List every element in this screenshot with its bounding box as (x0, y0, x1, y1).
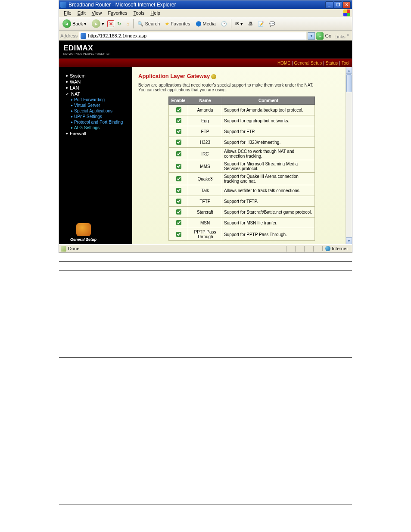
sidebar-item-alg-settings[interactable]: ALG Settings (66, 125, 132, 131)
table-row: FTPSupport for FTP. (169, 126, 315, 137)
search-button[interactable]: 🔍 Search (135, 20, 162, 28)
done-icon (61, 246, 66, 252)
edimax-logo: EDIMAXNETWORKING PEOPLE TOGETHER (63, 44, 111, 55)
menu-file[interactable]: File (61, 9, 75, 16)
address-input[interactable]: http://192.168.2.1/index.asp (79, 32, 306, 40)
enable-checkbox[interactable] (176, 209, 181, 215)
nav-tool[interactable]: Tool (342, 61, 349, 65)
cell-comment: Allows netfilter to track talk connectio… (222, 185, 315, 196)
nav-home[interactable]: HOME (277, 61, 290, 65)
sidebar-item-firewall[interactable]: Firewall (66, 131, 132, 137)
cell-name: H323 (188, 137, 222, 148)
home-button[interactable]: ⌂ (124, 20, 131, 28)
status-text: Done (68, 246, 79, 251)
scrollbar[interactable]: ▲ ▼ (346, 67, 352, 244)
forward-button[interactable]: ► ▾ (90, 19, 106, 29)
address-bar: Address http://192.168.2.1/index.asp ▼ →… (59, 31, 352, 40)
sidebar: SystemWANLANNATPort ForwardingVirtual Se… (59, 67, 132, 244)
sidebar-item-nat[interactable]: NAT (66, 91, 132, 97)
alg-table: Enable Name Comment AmandaSupport for Am… (168, 96, 315, 241)
page-title: Application Layer Gateway (138, 73, 346, 79)
col-name: Name (188, 97, 222, 105)
windows-logo-icon (343, 9, 350, 16)
table-row: H323Support for H323/netmeeting. (169, 137, 315, 148)
maximize-button[interactable]: ❐ (334, 1, 342, 9)
sidebar-item-port-forwarding[interactable]: Port Forwarding (66, 97, 132, 103)
help-icon[interactable] (211, 74, 216, 79)
enable-checkbox[interactable] (176, 232, 181, 237)
nav-general-setup[interactable]: General Setup (294, 61, 322, 65)
menu-tools[interactable]: Tools (131, 9, 148, 16)
sidebar-item-upnp-settings[interactable]: UPnP Settings (66, 114, 132, 119)
sidebar-item-wan[interactable]: WAN (66, 79, 132, 85)
go-button[interactable]: → (316, 32, 324, 40)
scroll-up-icon[interactable]: ▲ (346, 67, 352, 74)
sidebar-item-virtual-server[interactable]: Virtual Server (66, 103, 132, 108)
edit-button[interactable]: 📝 (256, 20, 266, 28)
enable-checkbox[interactable] (176, 140, 181, 145)
top-nav: HOME| General Setup| Status| Tool (59, 59, 352, 67)
menu-help[interactable]: Help (147, 9, 163, 16)
table-row: AmandaSupport for Amanda backup tool pro… (169, 105, 315, 115)
enable-checkbox[interactable] (176, 151, 181, 156)
sidebar-item-lan[interactable]: LAN (66, 85, 132, 91)
sidebar-item-special-applications[interactable]: Special Applications (66, 108, 132, 114)
back-button[interactable]: ◄Back ▾ (60, 19, 89, 29)
address-dropdown[interactable]: ▼ (308, 32, 315, 40)
general-setup-logo: General Setup (70, 223, 97, 242)
cell-name: IRC (188, 148, 222, 160)
cell-name: Starcraft (188, 207, 222, 218)
brand-header: EDIMAXNETWORKING PEOPLE TOGETHER (59, 40, 352, 59)
cell-name: PPTP Pass Through (188, 228, 222, 241)
cell-name: TFTP (188, 196, 222, 207)
enable-checkbox[interactable] (176, 199, 181, 204)
links-button[interactable]: Links » (333, 33, 351, 39)
stop-button[interactable]: ✕ (107, 20, 114, 27)
menu-favorites[interactable]: Favorites (105, 9, 130, 16)
sidebar-item-protocol-and-port-binding[interactable]: Protocol and Port Binding (66, 119, 132, 125)
table-row: MSNSupport for MSN file tranfer. (169, 218, 315, 228)
titlebar: Broadband Router - Microsoft Internet Ex… (59, 0, 352, 9)
table-row: IRCAllows DCC to work though NAT and con… (169, 148, 315, 160)
enable-checkbox[interactable] (176, 129, 181, 134)
media-button[interactable]: 🔵 Media (193, 20, 218, 28)
cell-name: FTP (188, 126, 222, 137)
favorites-button[interactable]: ★ Favorites (163, 20, 192, 28)
print-button[interactable]: 🖶 (246, 20, 255, 27)
enable-checkbox[interactable] (176, 118, 181, 123)
minimize-button[interactable]: _ (325, 1, 333, 9)
refresh-button[interactable]: ↻ (115, 20, 123, 28)
enable-checkbox[interactable] (176, 188, 181, 193)
sidebar-item-system[interactable]: System (66, 73, 132, 79)
cell-name: Talk (188, 185, 222, 196)
mail-button[interactable]: ✉ ▾ (233, 20, 245, 28)
cell-comment: Support for PPTP Pass Through. (222, 228, 315, 241)
cell-comment: Support for FTP. (222, 126, 315, 137)
history-button[interactable]: 🕑 (219, 20, 229, 28)
cell-comment: Allows DCC to work though NAT and connec… (222, 148, 315, 160)
browser-window: Broadband Router - Microsoft Internet Ex… (59, 0, 352, 253)
cell-comment: Support for Amanda backup tool protocol. (222, 105, 315, 115)
enable-checkbox[interactable] (176, 107, 181, 112)
cell-name: Amanda (188, 105, 222, 115)
menu-edit[interactable]: Edit (75, 9, 89, 16)
menu-view[interactable]: View (89, 9, 105, 16)
scroll-down-icon[interactable]: ▼ (346, 237, 352, 244)
forward-icon: ► (92, 19, 100, 28)
general-setup-icon (76, 223, 91, 236)
col-enable: Enable (169, 97, 188, 105)
cell-comment: Support for Starcraft/Battle.net game pr… (222, 207, 315, 218)
table-row: Quake3Support for Quake III Arena connec… (169, 173, 315, 185)
enable-checkbox[interactable] (176, 164, 181, 169)
nav-status[interactable]: Status (326, 61, 338, 65)
close-button[interactable]: ✕ (342, 1, 351, 9)
discuss-button[interactable]: 💬 (267, 20, 277, 28)
cell-comment: Support for TFTP. (222, 196, 315, 207)
scroll-thumb[interactable] (346, 74, 352, 92)
enable-checkbox[interactable] (176, 220, 181, 225)
toolbar: ◄Back ▾ ► ▾ ✕ ↻ ⌂ 🔍 Search ★ Favorites 🔵… (59, 17, 352, 31)
content-area: EDIMAXNETWORKING PEOPLE TOGETHER HOME| G… (59, 40, 352, 244)
enable-checkbox[interactable] (176, 176, 181, 181)
table-row: TalkAllows netfilter to track talk conne… (169, 185, 315, 196)
menubar: File Edit View Favorites Tools Help (59, 9, 352, 17)
